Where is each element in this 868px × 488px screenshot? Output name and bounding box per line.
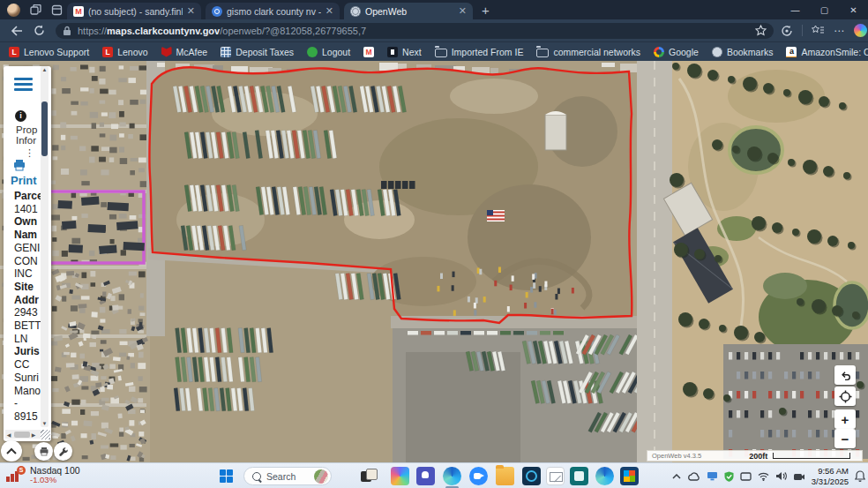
- close-window-button[interactable]: ✕: [839, 0, 868, 19]
- vertical-scroll-thumb[interactable]: [41, 101, 48, 156]
- tab-label: OpenWeb: [365, 6, 454, 17]
- widgets-button[interactable]: S Nasdaq 100 -1.03%: [6, 465, 80, 485]
- favorite-item[interactable]: Google: [654, 47, 699, 57]
- horizontal-scroll-thumb[interactable]: [14, 432, 30, 438]
- browser-essentials-icon[interactable]: [781, 25, 793, 37]
- info-icon[interactable]: i: [15, 110, 26, 122]
- google-favicon-icon: [654, 47, 664, 57]
- store-app-icon[interactable]: [620, 467, 639, 485]
- favorite-item[interactable]: [363, 47, 374, 57]
- office-app-icon[interactable]: [595, 467, 614, 485]
- back-icon[interactable]: [11, 26, 23, 36]
- scroll-down-icon[interactable]: ▼: [41, 421, 49, 426]
- security-shield-icon[interactable]: [724, 471, 734, 482]
- favorite-item[interactable]: Bookmarks: [712, 47, 774, 57]
- new-tab-button[interactable]: +: [482, 3, 490, 18]
- zoom-app-icon[interactable]: [469, 467, 488, 485]
- display-icon[interactable]: [707, 471, 718, 481]
- refresh-icon[interactable]: [34, 25, 45, 36]
- copilot-app-icon[interactable]: [391, 467, 409, 485]
- favorite-label: McAfee: [176, 47, 208, 57]
- horizontal-scrollbar[interactable]: ◀ ▶: [5, 430, 41, 439]
- favorite-item[interactable]: Logout: [307, 47, 350, 57]
- zoom-in-button[interactable]: +: [834, 409, 856, 429]
- favorite-item[interactable]: Lenovo: [102, 47, 147, 57]
- close-icon[interactable]: ✕: [326, 6, 333, 16]
- onedrive-cloud-icon[interactable]: [687, 472, 700, 481]
- property-field: LN: [14, 333, 44, 346]
- start-button[interactable]: [220, 469, 233, 483]
- scroll-right-icon[interactable]: ▶: [30, 432, 37, 438]
- touchpad-icon[interactable]: [740, 472, 752, 481]
- mail-app-icon[interactable]: [546, 467, 565, 485]
- wrench-icon: [58, 447, 69, 457]
- favorite-label: Lenovo Support: [24, 47, 89, 57]
- favorite-item[interactable]: Next: [387, 47, 422, 57]
- system-tray: 9:56 AM 3/31/2025: [672, 463, 865, 488]
- favorite-item[interactable]: commercial networks: [536, 47, 640, 57]
- close-icon[interactable]: ✕: [459, 6, 467, 16]
- tab-openweb-active[interactable]: OpenWeb ✕: [344, 3, 473, 19]
- volume-icon[interactable]: [775, 471, 787, 481]
- favorite-item[interactable]: AmazonSmile: Onlin...: [786, 47, 868, 57]
- crosshair-icon: [839, 390, 852, 403]
- tab-search[interactable]: gismo clark county nv - Search ✕: [206, 3, 340, 19]
- panel-resize-grip[interactable]: [41, 430, 50, 439]
- alexa-app-icon[interactable]: [522, 467, 541, 485]
- widget-change: -1.03%: [30, 476, 80, 485]
- address-bar[interactable]: https://maps.clarkcountynv.gov/openweb/?…: [56, 23, 774, 39]
- folder-favicon-icon: [536, 49, 549, 57]
- tab-actions-icon[interactable]: [51, 4, 63, 16]
- vertical-scrollbar[interactable]: ▲ ▼: [41, 66, 49, 427]
- url-text: https://maps.clarkcountynv.gov/openweb/?…: [78, 26, 755, 36]
- scroll-up-icon[interactable]: ▲: [41, 67, 49, 72]
- favorite-item[interactable]: McAfee: [161, 47, 208, 57]
- printer-icon[interactable]: [12, 159, 26, 175]
- scanner-app-icon[interactable]: [570, 467, 588, 485]
- property-field: Sunri: [14, 372, 44, 385]
- favorite-item[interactable]: Lenovo Support: [9, 47, 89, 57]
- tab-gmail[interactable]: (no subject) - sandy.fink77@gma ✕: [67, 3, 201, 19]
- notifications-bell-icon[interactable]: [855, 470, 865, 482]
- copilot-icon[interactable]: [854, 24, 867, 37]
- task-view-icon[interactable]: [359, 467, 378, 485]
- teams-app-icon[interactable]: [416, 467, 435, 485]
- search-icon: [252, 472, 261, 481]
- profile-avatar[interactable]: [7, 4, 20, 17]
- locate-button[interactable]: [834, 387, 856, 406]
- collapse-panel-button[interactable]: [1, 440, 22, 462]
- property-field: Own: [14, 215, 44, 229]
- clock[interactable]: 9:56 AM 3/31/2025: [812, 466, 849, 486]
- scroll-left-icon[interactable]: ◀: [5, 432, 12, 438]
- print-button[interactable]: Print: [11, 174, 37, 187]
- workspaces-icon[interactable]: [30, 4, 41, 16]
- edge-app-icon[interactable]: [443, 467, 461, 485]
- tab-label: gismo clark county nv - Search: [227, 6, 321, 17]
- undo-button[interactable]: [834, 365, 856, 385]
- property-field: 8915: [14, 410, 44, 424]
- menu-icon[interactable]: [14, 78, 33, 91]
- favorite-star-icon[interactable]: [755, 25, 767, 36]
- wifi-icon[interactable]: [758, 472, 769, 481]
- favorite-label: Logout: [322, 47, 350, 57]
- favorites-bar-icon[interactable]: [812, 25, 825, 36]
- maximize-button[interactable]: ▢: [810, 0, 839, 19]
- settings-menu-icon[interactable]: ⋯: [834, 25, 845, 37]
- tools-button[interactable]: [54, 442, 72, 461]
- favorite-item[interactable]: Imported From IE: [435, 47, 524, 57]
- print-map-button[interactable]: [34, 442, 53, 461]
- close-icon[interactable]: ✕: [187, 6, 195, 16]
- map-canvas[interactable]: [0, 61, 868, 462]
- lenovo-favicon-icon: [102, 47, 113, 57]
- overflow-icon[interactable]: ⋮: [25, 147, 34, 159]
- search-box[interactable]: Search: [243, 467, 332, 485]
- minimize-button[interactable]: —: [781, 0, 810, 19]
- favorite-label: Bookmarks: [727, 47, 774, 57]
- camera-icon[interactable]: [793, 472, 805, 481]
- tray-expand-icon[interactable]: [672, 474, 681, 479]
- favorite-item[interactable]: Deposit Taxes: [221, 47, 294, 57]
- zoom-out-button[interactable]: −: [834, 429, 856, 448]
- file-explorer-icon[interactable]: [496, 467, 514, 485]
- favorite-label: Imported From IE: [452, 47, 524, 57]
- globe2-favicon-icon: [712, 47, 722, 57]
